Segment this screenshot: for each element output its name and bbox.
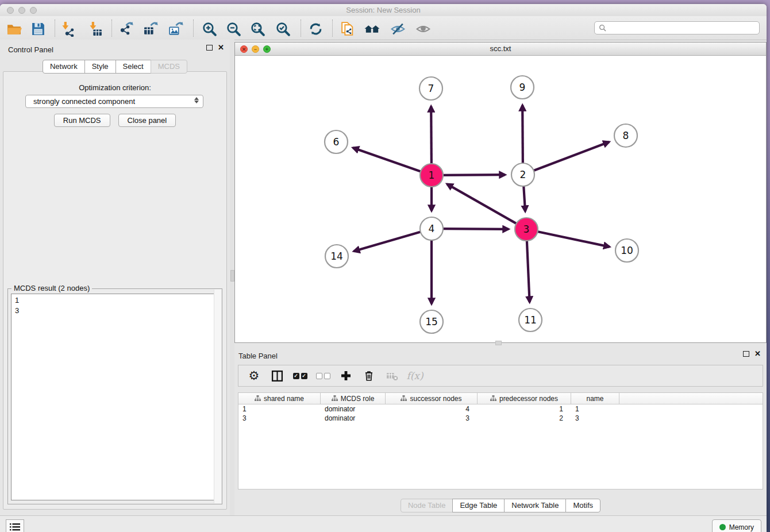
toolbar-separator (332, 20, 333, 37)
close-table-panel-icon[interactable]: ✕ (754, 351, 761, 357)
duplicate-network-icon[interactable] (338, 20, 356, 37)
table-tab-network-table[interactable]: Network Table (504, 499, 566, 512)
result-scrollbar[interactable] (214, 290, 221, 503)
tab-network[interactable]: Network (43, 60, 85, 74)
toggle-details-icon[interactable] (414, 20, 432, 37)
table-cell[interactable]: 4 (386, 404, 478, 414)
node-table: shared nameMCDS rolesuccessor nodesprede… (238, 392, 763, 489)
node-label-10: 10 (621, 245, 633, 256)
table-cell[interactable]: dominator (321, 414, 386, 423)
edge-3-10[interactable] (536, 232, 610, 247)
table-header-row: shared nameMCDS rolesuccessor nodesprede… (238, 393, 763, 404)
deselect-all-columns-icon[interactable] (315, 368, 330, 383)
run-mcds-button[interactable]: Run MCDS (54, 114, 110, 127)
column-header-MCDS-role[interactable]: MCDS role (321, 393, 386, 404)
node-label-7: 7 (428, 83, 434, 94)
float-panel-icon[interactable] (206, 45, 213, 51)
zoom-in-icon[interactable] (200, 20, 218, 37)
optimization-criterion-label: Optimization criterion: (3, 83, 226, 92)
toolbar-separator (111, 20, 112, 37)
hide-graphics-details-icon[interactable] (388, 20, 407, 37)
table-row[interactable]: 1dominator411 (238, 404, 763, 414)
network-canvas[interactable]: 7968124314101511 (235, 55, 766, 343)
table-cell[interactable]: 1 (238, 404, 321, 414)
mcds-result-title: MCDS result (2 nodes) (11, 284, 92, 292)
memory-label: Memory (729, 523, 754, 531)
delete-column-icon[interactable] (361, 368, 376, 383)
main-toolbar (0, 16, 767, 40)
splitter-grip[interactable] (230, 270, 234, 282)
edge-1-7[interactable] (431, 106, 432, 165)
export-image-icon[interactable] (167, 20, 185, 37)
toolbar-separator (55, 20, 55, 37)
table-cell[interactable]: 3 (386, 414, 478, 423)
split-panel-icon[interactable] (270, 368, 284, 383)
edge-1-6[interactable] (353, 148, 422, 172)
edge-3-11[interactable] (527, 239, 530, 302)
table-cell[interactable]: 3 (571, 414, 619, 423)
table-cell[interactable]: 2 (478, 414, 571, 423)
add-column-icon[interactable] (338, 368, 353, 383)
fit-content-icon[interactable] (248, 20, 267, 37)
table-cell[interactable]: 3 (238, 414, 321, 423)
node-label-1: 1 (429, 169, 435, 181)
column-header-successor-nodes[interactable]: successor nodes (386, 393, 478, 404)
float-table-panel-icon[interactable] (743, 351, 749, 357)
open-file-icon[interactable] (5, 20, 23, 37)
tab-select[interactable]: Select (116, 60, 151, 74)
search-input[interactable] (609, 24, 759, 33)
tab-style[interactable]: Style (84, 60, 116, 74)
mcds-result-group: MCDS result (2 nodes) 1 3 (7, 288, 222, 504)
control-panel-tabs: NetworkStyleSelectMCDS (0, 60, 230, 74)
export-table-icon[interactable] (141, 20, 160, 37)
table-settings-icon[interactable]: ⚙ (247, 368, 261, 383)
table-panel: Table Panel ✕ ⚙ ✓✓ f(x) shared nameMCDS (234, 346, 767, 515)
refresh-icon[interactable] (306, 20, 325, 37)
close-panel-icon[interactable]: ✕ (218, 45, 224, 51)
memory-button[interactable]: Memory (712, 519, 761, 532)
column-header-shared-name[interactable]: shared name (238, 393, 321, 404)
node-label-4: 4 (429, 223, 435, 234)
zoom-out-icon[interactable] (224, 20, 242, 37)
table-cell[interactable]: 1 (478, 404, 571, 414)
edge-3-1[interactable] (447, 184, 518, 224)
close-panel-button[interactable]: Close panel (118, 114, 176, 127)
table-tab-motifs[interactable]: Motifs (565, 499, 600, 512)
column-header-predecessor-nodes[interactable]: predecessor nodes (478, 393, 571, 404)
table-tabs: Node TableEdge TableNetwork TableMotifs (234, 499, 767, 512)
dropdown-stepper-icon (194, 97, 199, 103)
show-all-networks-icon[interactable] (363, 20, 381, 37)
edge-1-2[interactable] (441, 175, 505, 175)
table-tab-edge-table[interactable]: Edge Table (452, 499, 505, 512)
tab-mcds[interactable]: MCDS (151, 60, 187, 74)
edge-2-9[interactable] (522, 105, 523, 165)
edge-4-3[interactable] (441, 229, 509, 229)
memory-status-icon (719, 524, 726, 530)
mcds-result-text[interactable]: 1 3 (11, 294, 219, 500)
node-label-11: 11 (524, 314, 537, 326)
node-label-15: 15 (425, 316, 438, 327)
zoom-selected-icon[interactable] (274, 20, 292, 37)
search-field[interactable] (594, 21, 760, 34)
hierarchy-icon (401, 395, 407, 402)
task-history-button[interactable] (6, 519, 24, 532)
edge-4-14[interactable] (354, 232, 422, 252)
select-all-columns-icon[interactable]: ✓✓ (292, 368, 307, 383)
network-view-window: ✕ − + scc.txt 7968124314101511 (234, 42, 767, 343)
import-network-icon[interactable] (59, 20, 77, 37)
table-row[interactable]: 3dominator323 (238, 414, 763, 423)
table-tab-node-table[interactable]: Node Table (401, 499, 453, 512)
save-session-icon[interactable] (29, 20, 47, 37)
vertical-splitter[interactable] (230, 40, 234, 515)
node-label-3: 3 (523, 223, 530, 235)
edge-2-3[interactable] (523, 184, 525, 211)
table-cell[interactable]: dominator (321, 404, 386, 414)
criterion-dropdown[interactable]: strongly connected component (25, 95, 203, 108)
export-network-icon[interactable] (117, 20, 135, 37)
edge-2-8[interactable] (532, 142, 609, 171)
table-cell[interactable]: 1 (571, 404, 619, 414)
horizontal-splitter-grip[interactable] (495, 341, 502, 345)
window-title: Session: New Session (0, 6, 767, 14)
column-header-name[interactable]: name (571, 393, 619, 404)
import-table-icon[interactable] (86, 20, 105, 37)
